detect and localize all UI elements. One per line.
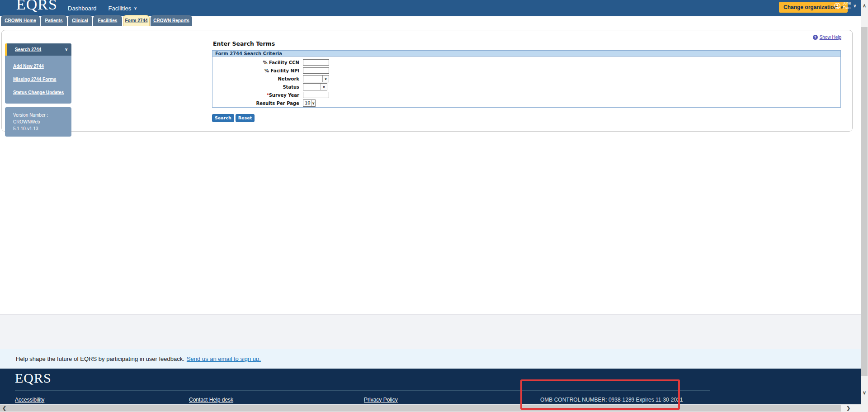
sidebar-submenu: Add New 2744 Missing 2744 Forms Status C… <box>5 56 71 104</box>
search-form: % Facility CCN % Facility NPI Network ∨ … <box>212 57 840 107</box>
footer-link-contact-help-desk[interactable]: Contact Help desk <box>189 397 233 403</box>
survey-year-input[interactable] <box>303 92 329 98</box>
chevron-down-icon: ∨ <box>853 4 856 8</box>
scroll-up-arrow-icon[interactable]: ∧ <box>861 3 868 9</box>
reset-button[interactable]: Reset <box>236 114 255 122</box>
tab-crown-reports[interactable]: CROWN Reports <box>151 15 192 26</box>
facility-ccn-label: % Facility CCN <box>212 60 303 65</box>
show-help-link[interactable]: ? Show Help <box>813 35 841 40</box>
horizontal-scrollbar[interactable]: ❮ ❯ <box>0 404 861 412</box>
sidebar-item-missing-2744-forms[interactable]: Missing 2744 Forms <box>13 73 71 86</box>
facility-npi-input[interactable] <box>303 67 329 74</box>
results-per-page-label: Results Per Page <box>212 101 303 106</box>
facility-npi-label: % Facility NPI <box>212 68 303 73</box>
tab-crown-home[interactable]: CROWN Home <box>1 15 40 26</box>
scrollbar-corner <box>861 404 868 412</box>
main-content-card: ? Show Help Search 2744 ∨ Add New 2744 M… <box>1 30 853 132</box>
facility-ccn-input[interactable] <box>303 59 329 66</box>
chevron-down-icon: ∨ <box>321 84 327 90</box>
form-row: Network ∨ <box>212 75 840 83</box>
form-row: *Survey Year <box>212 91 840 99</box>
form-row: Status ∨ <box>212 83 840 91</box>
sidebar-item-status-change-updates[interactable]: Status Change Updates <box>13 86 71 99</box>
user-icon <box>834 3 840 9</box>
footer-link-privacy-policy[interactable]: Privacy Policy <box>364 397 398 403</box>
show-help-label: Show Help <box>820 35 841 40</box>
tab-facilities[interactable]: Facilities <box>93 15 122 26</box>
help-icon: ? <box>813 35 818 40</box>
feedback-text: Help shape the future of EQRS by partici… <box>16 355 184 362</box>
tab-clinical[interactable]: Clinical <box>68 15 92 26</box>
sidebar-item-add-new-2744[interactable]: Add New 2744 <box>13 60 71 73</box>
form-row: % Facility CCN <box>212 58 840 66</box>
vertical-scrollbar[interactable]: ∧ ∨ <box>861 0 868 404</box>
chevron-down-icon: ∨ <box>311 100 315 106</box>
chevron-down-icon: ∨ <box>134 6 137 10</box>
eqrs-footer-logo: EQRS <box>15 370 52 386</box>
scroll-down-arrow-icon[interactable]: ∨ <box>861 390 868 396</box>
search-criteria-title: Form 2744 Search Criteria <box>212 51 840 57</box>
page-title: Enter Search Terms <box>213 40 275 47</box>
eqrs-logo: EQRS <box>16 0 57 13</box>
tab-patients[interactable]: Patients <box>41 15 67 26</box>
search-criteria-panel: Form 2744 Search Criteria % Facility CCN… <box>212 50 841 108</box>
footer-link-accessibility[interactable]: Accessibility <box>15 397 44 403</box>
form-actions: Search Reset <box>212 114 255 122</box>
chevron-down-icon: ∨ <box>65 47 68 52</box>
sidebar: Search 2744 ∨ Add New 2744 Missing 2744 … <box>5 43 71 137</box>
status-select[interactable]: ∨ <box>303 83 327 90</box>
network-select[interactable]: ∨ <box>303 75 329 82</box>
feedback-bar: Help shape the future of EQRS by partici… <box>0 349 861 369</box>
sidebar-item-search-2744[interactable]: Search 2744 ∨ <box>5 43 71 56</box>
status-label: Status <box>212 85 303 90</box>
form-row: Results Per Page 10 ∨ <box>212 99 840 107</box>
footer-edge-line <box>710 369 710 391</box>
tab-form-2744[interactable]: Form 2744 <box>123 15 150 26</box>
network-label: Network <box>212 76 303 81</box>
tab-bar: CROWN Home Patients Clinical Facilities … <box>1 15 192 26</box>
user-menu[interactable]: June Tran ∨ <box>834 1 856 10</box>
nav-facilities[interactable]: Facilities ∨ <box>108 5 137 12</box>
form-row: % Facility NPI <box>212 66 840 75</box>
app-header: EQRS Dashboard Facilities ∨ Change organ… <box>0 0 861 16</box>
omb-control-number: OMB CONTROL NUMBER: 0938-1289 Expires 11… <box>540 397 683 403</box>
version-number-box: Version Number : CROWNWeb 5.1.10-v1.13 <box>5 107 71 137</box>
survey-year-label: *Survey Year <box>212 93 303 98</box>
search-button[interactable]: Search <box>212 114 234 122</box>
horizontal-scrollbar-thumb[interactable] <box>0 405 841 412</box>
scroll-left-arrow-icon[interactable]: ❮ <box>2 405 6 412</box>
footer-divider <box>15 390 710 391</box>
user-name: June Tran <box>843 1 851 10</box>
scroll-right-arrow-icon[interactable]: ❯ <box>846 405 850 412</box>
vertical-scrollbar-thumb[interactable] <box>861 27 868 376</box>
top-nav: Dashboard Facilities ∨ <box>68 0 137 16</box>
chevron-down-icon: ∨ <box>322 76 329 82</box>
results-per-page-select[interactable]: 10 ∨ <box>303 99 316 107</box>
nav-dashboard[interactable]: Dashboard <box>68 5 97 12</box>
feedback-signup-link[interactable]: Send us an email to sign up. <box>187 355 261 362</box>
pre-footer-band <box>0 314 861 349</box>
